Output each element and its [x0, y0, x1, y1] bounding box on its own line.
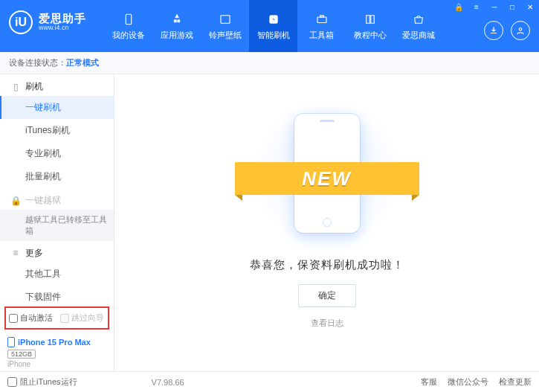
sidebar-jailbreak-note: 越狱工具已转移至工具箱: [0, 210, 114, 241]
svg-rect-0: [126, 14, 132, 25]
sidebar-item-pro-flash[interactable]: 专业刷机: [0, 142, 114, 165]
checkbox-label: 自动激活: [20, 312, 53, 324]
window-controls: 🔒 ≡ ─ □ ✕: [450, 0, 539, 13]
footer-link-update[interactable]: 检查更新: [499, 376, 532, 388]
success-message: 恭喜您，保资料刷机成功啦！: [250, 258, 404, 272]
minimize-button[interactable]: ─: [485, 0, 503, 13]
menu-icon[interactable]: ≡: [468, 0, 485, 13]
maximize-button[interactable]: □: [503, 0, 521, 13]
block-itunes-checkbox[interactable]: 阻止iTunes运行: [7, 376, 77, 388]
tab-my-device[interactable]: 我的设备: [104, 0, 152, 52]
tab-label: 工具箱: [309, 30, 334, 41]
footer-link-support[interactable]: 客服: [421, 376, 437, 388]
close-button[interactable]: ✕: [521, 0, 539, 13]
status-value: 正常模式: [66, 57, 99, 68]
lock-icon[interactable]: 🔒: [450, 0, 468, 13]
checkbox-label: 跳过向导: [71, 312, 104, 324]
phone-icon: [121, 12, 136, 27]
new-banner: NEW: [235, 162, 419, 195]
footer: 阻止iTunes运行 V7.98.66 客服 微信公众号 检查更新: [0, 371, 539, 392]
phone-icon: ▯: [10, 82, 21, 92]
banner-text: NEW: [302, 167, 352, 190]
version-label: V7.98.66: [152, 378, 184, 387]
flash-icon: [266, 12, 281, 27]
tab-store[interactable]: 爱思商城: [394, 0, 442, 52]
svg-rect-4: [320, 15, 323, 16]
tab-smart-flash[interactable]: 智能刷机: [249, 0, 297, 52]
device-storage: 512GB: [7, 350, 36, 359]
book-icon: [363, 12, 378, 27]
tab-tutorials[interactable]: 教程中心: [346, 0, 394, 52]
sidebar-group-label: 更多: [25, 247, 43, 260]
device-name-text: iPhone 15 Pro Max: [18, 338, 91, 347]
tab-toolbox[interactable]: 工具箱: [297, 0, 346, 52]
tab-label: 铃声壁纸: [209, 30, 242, 41]
svg-rect-1: [221, 15, 230, 23]
app-header: iU 爱思助手 www.i4.cn 我的设备 应用游戏 铃声壁纸 智能刷机 工具…: [0, 0, 539, 52]
status-label: 设备连接状态：: [9, 57, 66, 68]
sidebar-group-label: 刷机: [25, 80, 43, 93]
image-icon: [218, 12, 233, 27]
checkbox-label: 阻止iTunes运行: [20, 376, 77, 388]
sidebar: ▯ 刷机 一键刷机 iTunes刷机 专业刷机 批量刷机 🔒 一键越狱 越狱工具…: [0, 74, 114, 371]
list-icon: ≡: [10, 248, 21, 258]
sidebar-item-oneclick-flash[interactable]: 一键刷机: [0, 96, 114, 119]
ok-button[interactable]: 确定: [298, 284, 356, 307]
svg-point-5: [519, 28, 522, 31]
tab-ringtones[interactable]: 铃声壁纸: [201, 0, 249, 52]
device-status-bar: 设备连接状态： 正常模式: [0, 52, 539, 74]
skip-setup-checkbox[interactable]: 跳过向导: [60, 312, 104, 324]
sidebar-group-jailbreak: 🔒 一键越狱: [0, 188, 114, 210]
tab-label: 智能刷机: [257, 30, 290, 41]
auto-activate-checkbox[interactable]: 自动激活: [9, 312, 53, 324]
device-model: iPhone: [7, 360, 108, 368]
tab-apps-games[interactable]: 应用游戏: [152, 0, 201, 52]
main-area: ▯ 刷机 一键刷机 iTunes刷机 专业刷机 批量刷机 🔒 一键越狱 越狱工具…: [0, 74, 539, 371]
sidebar-group-flash[interactable]: ▯ 刷机: [0, 74, 114, 96]
svg-rect-3: [317, 17, 326, 23]
phone-icon: [7, 337, 15, 347]
tab-label: 教程中心: [354, 30, 387, 41]
apps-icon: [170, 12, 184, 27]
tab-label: 爱思商城: [402, 30, 435, 41]
tab-label: 我的设备: [112, 30, 145, 41]
options-highlight-box: 自动激活 跳过向导: [4, 306, 109, 330]
device-info: iPhone 15 Pro Max 512GB iPhone: [0, 332, 114, 371]
download-button[interactable]: [484, 21, 503, 40]
sidebar-item-batch-flash[interactable]: 批量刷机: [0, 165, 114, 188]
sidebar-item-itunes-flash[interactable]: iTunes刷机: [0, 119, 114, 142]
store-icon: [411, 12, 426, 27]
user-button[interactable]: [511, 21, 530, 40]
brand-block: iU 爱思助手 www.i4.cn: [9, 0, 86, 34]
header-right-buttons: [484, 21, 530, 40]
brand-title: 爱思助手: [39, 13, 86, 25]
content-pane: NEW 恭喜您，保资料刷机成功啦！ 确定 查看日志: [114, 74, 539, 371]
brand-url: www.i4.cn: [39, 25, 86, 32]
lock-icon: 🔒: [10, 196, 21, 206]
view-log-link[interactable]: 查看日志: [311, 318, 343, 329]
brand-logo: iU: [9, 10, 33, 34]
device-name[interactable]: iPhone 15 Pro Max: [7, 337, 108, 347]
sidebar-item-other-tools[interactable]: 其他工具: [0, 263, 114, 286]
sidebar-group-label: 一键越狱: [25, 194, 61, 207]
sidebar-group-more[interactable]: ≡ 更多: [0, 241, 114, 263]
sidebar-item-download-firmware[interactable]: 下载固件: [0, 286, 114, 302]
footer-link-wechat[interactable]: 微信公众号: [448, 376, 488, 388]
toolbox-icon: [314, 12, 329, 27]
top-tabs: 我的设备 应用游戏 铃声壁纸 智能刷机 工具箱 教程中心 爱思商城: [104, 0, 442, 52]
success-illustration: NEW: [253, 104, 401, 242]
tab-label: 应用游戏: [161, 30, 193, 41]
